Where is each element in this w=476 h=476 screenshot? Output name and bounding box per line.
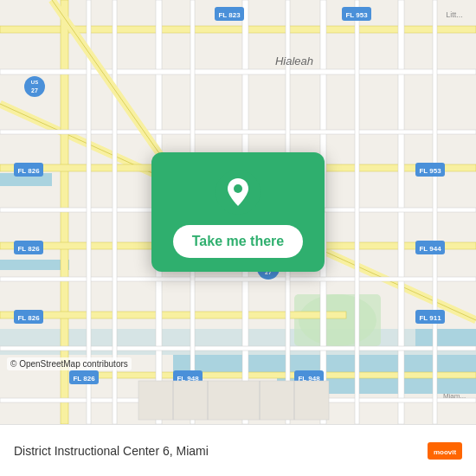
svg-text:Litt...: Litt...	[446, 10, 463, 19]
svg-text:FL 953: FL 953	[345, 11, 368, 19]
location-pin-icon	[215, 170, 261, 215]
take-me-there-button[interactable]: Take me there	[173, 225, 303, 258]
svg-text:Miam...: Miam...	[443, 392, 466, 400]
svg-rect-16	[87, 372, 476, 378]
svg-text:FL 944: FL 944	[419, 245, 441, 253]
svg-rect-32	[433, 0, 437, 424]
svg-rect-4	[0, 329, 476, 355]
svg-rect-15	[0, 312, 346, 318]
map-container: FL 823 FL 953 US 27 FL 826 FL 826 FL 826…	[0, 0, 476, 424]
svg-rect-8	[294, 294, 381, 346]
moovit-logo: moovit	[428, 434, 462, 468]
svg-rect-31	[355, 0, 359, 424]
location-text: District Instructional Center 6, Miami	[14, 444, 209, 458]
svg-rect-66	[138, 381, 329, 420]
svg-point-72	[234, 184, 242, 193]
svg-text:Hialeah: Hialeah	[275, 55, 313, 68]
svg-rect-24	[0, 277, 476, 281]
svg-text:FL 826: FL 826	[17, 314, 40, 322]
osm-credit: © OpenStreetMap contributors	[7, 357, 132, 370]
svg-text:US: US	[31, 80, 38, 85]
svg-text:FL 823: FL 823	[218, 11, 241, 19]
svg-text:FL 911: FL 911	[419, 314, 441, 322]
svg-rect-2	[0, 260, 69, 270]
svg-text:FL 826: FL 826	[73, 375, 95, 383]
bottom-bar: District Instructional Center 6, Miami m…	[0, 424, 476, 476]
svg-rect-22	[0, 130, 476, 134]
svg-rect-25	[0, 346, 476, 351]
svg-text:FL 953: FL 953	[419, 167, 441, 175]
location-card[interactable]: Take me there	[151, 152, 325, 272]
svg-text:27: 27	[31, 87, 38, 93]
svg-text:FL 826: FL 826	[17, 167, 40, 175]
svg-text:moovit: moovit	[434, 448, 457, 456]
svg-rect-21	[0, 69, 476, 74]
svg-text:FL 826: FL 826	[17, 245, 40, 253]
